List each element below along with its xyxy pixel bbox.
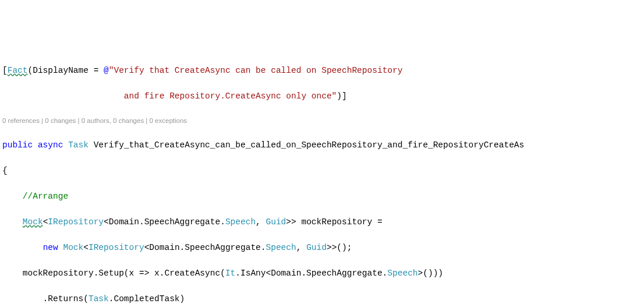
code-line: new Mock<IRepository<Domain.SpeechAggreg… [0, 241, 644, 254]
code-line: //Arrange [0, 190, 644, 203]
code-editor[interactable]: [Fact(DisplayName = @"Verify that Create… [0, 51, 644, 307]
string-prefix: @"Verify that CreateAsync can be called … [104, 66, 408, 75]
code-line: public async Task Verify_that_CreateAsyn… [0, 139, 644, 151]
codelens-bar[interactable]: 0 references | 0 changes | 0 authors, 0 … [0, 115, 644, 126]
code-line: Mock<IRepository<Domain.SpeechAggregate.… [0, 216, 644, 228]
attr-fact: Fact [8, 66, 28, 75]
comment-arrange: //Arrange [23, 192, 68, 201]
code-line: { [0, 164, 644, 177]
code-line: [Fact(DisplayName = @"Verify that Create… [0, 64, 644, 77]
code-line: mockRepository.Setup(x => x.CreateAsync(… [0, 267, 644, 280]
code-line: and fire Repository.CreateAsync only onc… [0, 90, 644, 103]
code-line: .Returns(Task.CompletedTask) [0, 292, 644, 305]
